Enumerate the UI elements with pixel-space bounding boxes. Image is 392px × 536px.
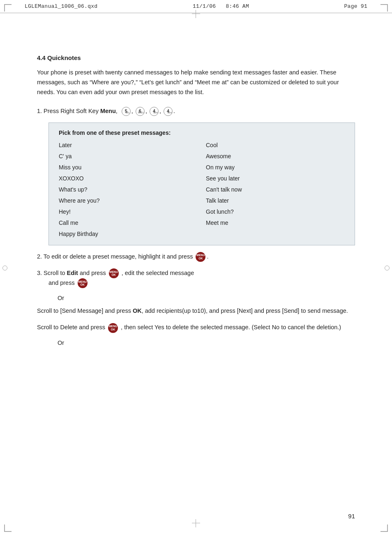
top-center-mark — [194, 12, 198, 16]
preset-item-on-my-way: On my way — [206, 163, 345, 172]
key-5-button: 5JKL — [122, 107, 131, 116]
header-date: 11/1/06 8:46 AM — [193, 3, 249, 9]
section-title: 4.4 Quicknotes — [37, 54, 355, 61]
preset-item-got-lunch: Got lunch? — [206, 208, 345, 216]
intro-paragraph: Your phone is preset with twenty canned … — [37, 68, 355, 97]
step-2-text: 2. To edit or delete a preset message, h… — [37, 253, 193, 260]
menu-ok-btn-step3a: MENU OK — [109, 268, 119, 278]
corner-tr — [380, 4, 388, 12]
preset-item-hey: Hey! — [59, 208, 198, 216]
preset-item-happy-birthday: Happy Birthday — [59, 230, 198, 238]
step-2: 2. To edit or delete a preset message, h… — [37, 252, 355, 262]
bottom-center-mark — [194, 521, 198, 526]
corner-bl — [4, 524, 12, 532]
main-content: 4.4 Quicknotes Your phone is preset with… — [0, 13, 392, 376]
paragraph-1: Scroll to [Send Message] and press OK, a… — [37, 306, 355, 316]
or-text-1: Or — [58, 295, 355, 301]
preset-item-see-you-later: See you later — [206, 174, 345, 183]
preset-item-cool: Cool — [206, 141, 345, 150]
preset-item-where-are-you: Where are you? — [59, 196, 198, 205]
corner-br — [380, 524, 388, 532]
page-number: 91 — [348, 513, 355, 520]
preset-messages-box: Pick from one of these preset messages: … — [48, 122, 355, 245]
menu-ok-btn-step3b: MENU OK — [78, 278, 88, 288]
paragraph-2: Scroll to Delete and press MENU OK , the… — [37, 323, 355, 333]
preset-item-xoxoxo: XOXOXO — [59, 174, 198, 183]
preset-item-call-me: Call me — [59, 219, 198, 227]
side-right-mark — [385, 266, 390, 270]
preset-item-later: Later — [59, 141, 198, 150]
key-4a-button: 4GHI — [150, 107, 159, 116]
preset-item-meet-me: Meet me — [206, 219, 345, 227]
preset-box-title: Pick from one of these preset messages: — [59, 129, 345, 136]
preset-item-miss-you: Miss you — [59, 163, 198, 172]
side-left-mark — [2, 266, 7, 270]
key-6-button: 6MNO — [136, 107, 145, 116]
step-3-indent: and press MENU OK — [48, 278, 355, 288]
menu-ok-btn-step2: MENU OK — [196, 252, 205, 262]
preset-item-awesome: Awesome — [206, 152, 345, 161]
or-text-2: Or — [58, 340, 355, 346]
corner-tl — [4, 4, 12, 12]
preset-item-empty — [206, 230, 345, 238]
header-filename: LGLEManual_1006_06.qxd — [25, 3, 97, 9]
preset-item-cya: C' ya — [59, 152, 198, 161]
step-3-middle: , edit the selected message — [122, 270, 194, 276]
step-3-text: 3. Scroll to Edit and press — [37, 270, 106, 276]
step-1: 1. Press Right Soft Key Menu, 5JKL, 6MNO… — [37, 106, 355, 116]
key-4b-button: 4GHI — [164, 107, 173, 116]
header-page: Page 91 — [344, 3, 367, 9]
preset-item-talk-later: Talk later — [206, 196, 345, 205]
preset-item-whats-up: What's up? — [59, 185, 198, 194]
menu-ok-btn-para2: MENU OK — [108, 323, 118, 333]
step-1-num: 1. Press Right Soft Key Menu, — [37, 106, 118, 116]
preset-grid: Later Cool C' ya Awesome Miss you On my … — [59, 141, 345, 238]
preset-item-cant-talk-now: Can't talk now — [206, 185, 345, 194]
step-3: 3. Scroll to Edit and press MENU OK , ed… — [37, 268, 355, 288]
